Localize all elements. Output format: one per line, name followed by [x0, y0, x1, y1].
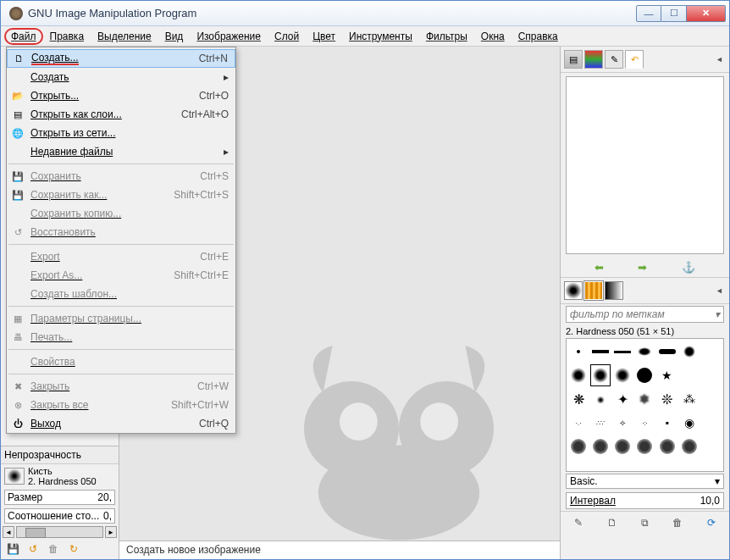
menu-edit[interactable]: Правка [43, 28, 91, 45]
undo-back-icon[interactable]: ⬅ [595, 261, 604, 274]
brush-item[interactable] [701, 341, 722, 363]
brush-item[interactable]: ✽ [634, 388, 655, 410]
brush-item[interactable] [568, 364, 589, 386]
brush-item[interactable] [679, 341, 700, 363]
menu-item-label: Закрыть все [30, 399, 171, 411]
tab-layers[interactable]: ▤ [564, 50, 583, 69]
brush-item[interactable] [701, 412, 722, 434]
brush-item[interactable] [634, 341, 655, 363]
brush-item[interactable]: ❊ [657, 388, 677, 410]
submenu-arrow-icon: ▸ [222, 146, 229, 158]
refresh-brush-icon[interactable]: ⟳ [707, 517, 716, 529]
del-brush-icon[interactable]: 🗑 [672, 517, 683, 529]
interval-input[interactable]: Интервал 10,0 [566, 492, 724, 509]
minimize-button[interactable]: — [636, 5, 661, 22]
svg-point-3 [420, 402, 458, 441]
folder-icon: 📂 [10, 89, 25, 103]
brush-item[interactable] [612, 341, 633, 363]
undo-fwd-icon[interactable]: ➡ [638, 261, 647, 274]
brush-item[interactable] [679, 435, 700, 457]
menu-item-открыть-из-сети-[interactable]: 🌐Открыть из сети... [7, 124, 235, 142]
right-panel: ▤ ✎ ↶ ◄ ⬅ ➡ ⚓ ◄ фильтр по меткам ▾ 2. Ha… [560, 47, 729, 559]
tab-paths[interactable]: ✎ [605, 50, 623, 69]
brush-item[interactable] [612, 435, 633, 457]
menu-item-недавние-файлы[interactable]: Недавние файлы▸ [7, 142, 235, 161]
delete-icon[interactable]: 🗑 [47, 542, 60, 556]
menu-layer[interactable]: Слой [268, 28, 306, 45]
menu-item-label: Выход [30, 418, 199, 430]
brush-item[interactable]: ✦ [612, 388, 633, 410]
blank-icon [10, 70, 25, 84]
brush-item[interactable]: ◉ [679, 412, 700, 434]
tab-channels[interactable] [584, 50, 603, 69]
menubar: Файл Правка Выделение Вид Изображение Сл… [1, 26, 729, 47]
brush-item[interactable] [612, 364, 633, 386]
menu-item-создать[interactable]: Создать▸ [7, 68, 235, 86]
tab-brushes[interactable] [564, 281, 583, 300]
menu-item-открыть-как-слои-[interactable]: ▤Открыть как слои...Ctrl+Alt+O [7, 105, 235, 124]
menu-item-label: Export As... [30, 269, 174, 281]
brush-item[interactable] [590, 341, 611, 363]
menu-view[interactable]: Вид [158, 28, 191, 45]
edit-brush-icon[interactable]: ✎ [574, 517, 583, 529]
ratio-row[interactable]: Соотношение сто... 0, [1, 507, 119, 525]
brush-item[interactable]: ❋ [568, 388, 589, 410]
scrollbar-horiz[interactable]: ◄► [1, 525, 119, 539]
brush-item[interactable] [657, 341, 677, 363]
brush-item[interactable] [679, 364, 700, 386]
menu-select[interactable]: Выделение [91, 28, 158, 45]
menu-item-сохранить-копию-: Сохранить копию... [7, 204, 235, 223]
dup-brush-icon[interactable]: ⧉ [641, 517, 649, 529]
brush-item[interactable] [590, 435, 611, 457]
preset-combo[interactable]: Basic. ▾ [566, 474, 724, 489]
reset-icon[interactable]: ↻ [67, 542, 80, 556]
brush-item[interactable]: ▪ [657, 412, 677, 434]
brush-item[interactable] [568, 341, 589, 363]
brush-item[interactable] [634, 435, 655, 457]
maximize-button[interactable]: ☐ [661, 5, 687, 22]
brush-item[interactable]: ⁂ [679, 388, 700, 410]
tab-undo[interactable]: ↶ [625, 50, 644, 69]
menu-file[interactable]: Файл [4, 28, 43, 45]
submenu-arrow-icon: ▸ [222, 71, 229, 83]
tab-patterns[interactable] [584, 281, 603, 300]
brush-item[interactable] [634, 364, 655, 386]
interval-label: Интервал [570, 495, 616, 507]
menu-item-label: Восстановить [30, 226, 229, 238]
menu-tools[interactable]: Инструменты [342, 28, 419, 45]
brush-item[interactable]: ✧ [612, 412, 633, 434]
brush-item[interactable]: ∴∵ [590, 412, 611, 434]
opacity-label: Непрозрачность [1, 446, 119, 464]
brush-item[interactable]: ·.· [568, 412, 589, 434]
tab-menu-icon-2[interactable]: ◄ [713, 286, 726, 295]
brush-item[interactable]: ★ [657, 364, 677, 386]
size-row[interactable]: Размер 20, [1, 488, 119, 507]
brush-grid[interactable]: ★ ❋ ● ✦ ✽ ❊ ⁂ ·.· ∴∵ ✧ ·:· ▪ ◉ [566, 338, 724, 472]
undo-anchor-icon[interactable]: ⚓ [682, 261, 695, 274]
brush-item[interactable] [701, 388, 722, 410]
brush-item[interactable]: ● [590, 388, 611, 410]
brush-swatch[interactable] [4, 468, 25, 485]
brush-item-selected[interactable] [590, 364, 611, 386]
brush-item[interactable] [701, 364, 722, 386]
restore-icon[interactable]: ↺ [26, 542, 40, 556]
menu-filters[interactable]: Фильтры [419, 28, 474, 45]
shortcut-label: Shift+Ctrl+E [174, 269, 229, 281]
filter-tags-input[interactable]: фильтр по меткам ▾ [566, 306, 724, 323]
brush-item[interactable] [568, 435, 589, 457]
close-button[interactable]: ✕ [687, 5, 726, 22]
menu-item-создать-[interactable]: 🗋Создать...Ctrl+N [7, 49, 235, 68]
brush-item[interactable] [657, 435, 677, 457]
brush-item[interactable]: ·:· [634, 412, 655, 434]
new-brush-icon[interactable]: 🗋 [607, 517, 617, 529]
save-preset-icon[interactable]: 💾 [6, 542, 19, 556]
menu-image[interactable]: Изображение [190, 28, 268, 45]
blank-icon [10, 287, 25, 301]
menu-item-открыть-[interactable]: 📂Открыть...Ctrl+O [7, 86, 235, 105]
menu-windows[interactable]: Окна [474, 28, 512, 45]
tab-gradients[interactable] [605, 281, 623, 300]
menu-color[interactable]: Цвет [306, 28, 342, 45]
menu-help[interactable]: Справка [512, 28, 565, 45]
menu-item-выход[interactable]: ⏻ВыходCtrl+Q [7, 414, 235, 433]
tab-menu-icon[interactable]: ◄ [713, 55, 726, 64]
